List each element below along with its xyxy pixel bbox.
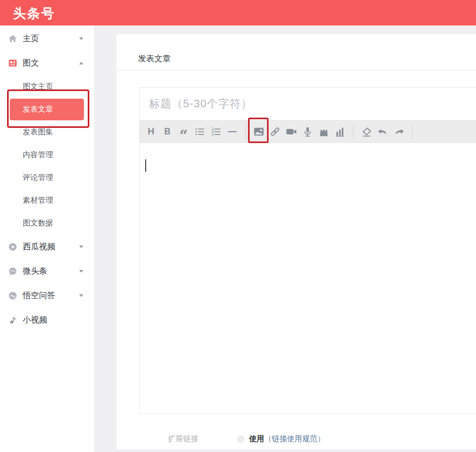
- eraser-icon[interactable]: [358, 120, 375, 143]
- xigua-video-icon: [8, 242, 18, 252]
- sidebar-item-label: 小视频: [23, 315, 47, 325]
- sidebar-item-label: 主页: [23, 34, 39, 44]
- chevron-down-icon[interactable]: [79, 37, 83, 40]
- home-icon: [8, 34, 18, 44]
- sidebar-item-评论管理[interactable]: 评论管理: [0, 166, 94, 189]
- bold-icon[interactable]: B: [159, 120, 175, 143]
- sidebar-item-label: 微头条: [23, 266, 47, 276]
- sidebar-item-图文[interactable]: 图文: [0, 51, 94, 75]
- heading-icon[interactable]: H: [143, 120, 159, 143]
- extension-link-radio[interactable]: [237, 436, 244, 443]
- sidebar-item-label: 评论管理: [23, 173, 53, 183]
- sidebar-item-悟空问答[interactable]: 悟空问答: [0, 283, 94, 308]
- sidebar-item-图文主页[interactable]: 图文主页: [0, 75, 94, 98]
- goods-icon[interactable]: [316, 120, 332, 143]
- title-placeholder: 标题（5-30个字符）: [149, 96, 252, 111]
- blockquote-icon[interactable]: “: [175, 120, 192, 143]
- sidebar-item-西瓜视频[interactable]: 西瓜视频: [0, 235, 94, 259]
- chevron-down-icon[interactable]: [79, 270, 83, 273]
- chevron-down-icon[interactable]: [79, 294, 83, 297]
- editor-body-textarea[interactable]: [140, 143, 476, 414]
- sidebar-item-微头条[interactable]: 微头条: [0, 259, 94, 283]
- sidebar-item-label: 图文数据: [23, 218, 53, 228]
- active-item-highlight[interactable]: 发表文章: [10, 99, 84, 120]
- toolbar-divider: [353, 125, 354, 139]
- numbered-list-icon[interactable]: 123: [208, 120, 224, 143]
- sidebar-item-素材管理[interactable]: 素材管理: [0, 189, 94, 212]
- sidebar-nav: 主页图文图文主页发表文章发表图集内容管理评论管理素材管理图文数据西瓜视频微头条悟…: [0, 25, 95, 452]
- sidebar-item-label: 发表图集: [23, 127, 53, 137]
- sidebar-item-label: 内容管理: [23, 150, 53, 160]
- image-icon[interactable]: [251, 120, 267, 143]
- sidebar-item-label: 图文主页: [23, 82, 53, 92]
- svg-text:3: 3: [211, 132, 213, 137]
- chevron-down-icon[interactable]: [79, 246, 83, 248]
- sidebar-item-label: 悟空问答: [23, 290, 55, 301]
- sidebar-item-发表图集[interactable]: 发表图集: [0, 121, 94, 144]
- horizontal-rule-icon[interactable]: [224, 120, 240, 143]
- bullet-list-icon[interactable]: [192, 120, 208, 143]
- sidebar-item-主页[interactable]: 主页: [0, 27, 94, 51]
- redo-icon[interactable]: [391, 120, 407, 143]
- article-editor: 标题（5-30个字符） HB“123: [139, 87, 476, 414]
- chart-icon[interactable]: [332, 120, 348, 143]
- extension-link-label: 扩展链接: [168, 434, 198, 444]
- sidebar-item-label: 图文: [23, 58, 39, 68]
- toolbar-divider: [245, 125, 246, 139]
- sidebar-item-图文数据[interactable]: 图文数据: [0, 212, 94, 235]
- undo-icon[interactable]: [375, 120, 391, 143]
- sidebar-item-label: 发表文章: [23, 105, 53, 114]
- sidebar-item-label: 素材管理: [23, 196, 53, 205]
- toolbar-divider: [412, 125, 413, 139]
- link-icon[interactable]: [267, 120, 283, 143]
- sidebar-item-小视频[interactable]: 小视频: [0, 308, 94, 332]
- wukong-qa-icon: [8, 290, 18, 301]
- text-cursor: [145, 159, 146, 172]
- sidebar-item-发表文章[interactable]: 发表文章: [0, 98, 94, 121]
- chevron-up-icon[interactable]: [79, 62, 83, 64]
- video-icon[interactable]: [283, 120, 299, 143]
- article-icon: [8, 58, 18, 68]
- publish-article-card: 发表文章 标题（5-30个字符） HB“123 扩展链接 使用 （链接使用规范）: [116, 34, 476, 449]
- title-input[interactable]: 标题（5-30个字符）: [140, 88, 476, 120]
- sidebar-item-内容管理[interactable]: 内容管理: [0, 144, 94, 166]
- microphone-icon[interactable]: [299, 120, 316, 143]
- editor-toolbar: HB“123: [140, 120, 476, 143]
- page-title: 发表文章: [138, 54, 171, 63]
- extension-link-row: 扩展链接 使用 （链接使用规范）: [168, 434, 476, 444]
- page: 头条号 主页图文图文主页发表文章发表图集内容管理评论管理素材管理图文数据西瓜视频…: [0, 0, 476, 452]
- small-video-icon: [8, 315, 18, 325]
- sidebar-item-label: 西瓜视频: [23, 242, 55, 252]
- extension-use-label: 使用: [249, 434, 264, 444]
- toutiao-logo[interactable]: 头条号: [13, 5, 55, 22]
- top-header-bar: 头条号: [0, 0, 476, 25]
- link-usage-rules-link[interactable]: （链接使用规范）: [264, 434, 325, 444]
- card-header: 发表文章: [116, 34, 476, 70]
- weitoutiao-icon: [8, 266, 18, 276]
